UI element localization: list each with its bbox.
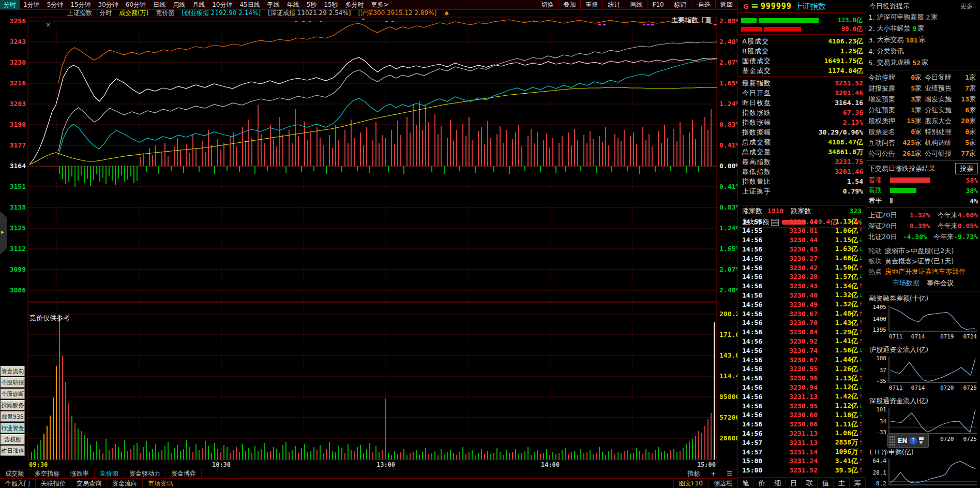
tick-row[interactable]: 14:563230.941.12亿↓ <box>738 382 866 392</box>
tab-资金流向[interactable]: 资金流向 <box>107 479 143 488</box>
rotation-value[interactable]: > <box>905 247 911 255</box>
tick-row[interactable]: 14:553230.811.06亿↑ <box>738 226 866 235</box>
tick-row[interactable]: 14:563230.601.18亿↓ <box>738 410 866 420</box>
sidebar-button-投顾服务[interactable]: 投顾服务 <box>1 400 25 410</box>
tip-item[interactable]: 3.大宗交易 101家 <box>866 34 980 46</box>
quote-tab-联[interactable]: 联 <box>802 478 818 488</box>
menu-item-45日线[interactable]: 45日线 <box>236 0 263 9</box>
tip-item[interactable]: 1.沪深可申购新股 2家 <box>866 11 980 23</box>
tab-right-item[interactable]: ☰ <box>721 469 737 478</box>
more-link[interactable]: 更多.. <box>960 2 977 11</box>
tick-row[interactable]: 14:553230.441.13亿↓ <box>738 217 866 226</box>
tab-资金博弈[interactable]: 资金博弈 <box>166 469 202 478</box>
tick-row[interactable]: 14:563230.491.32亿↑ <box>738 300 866 309</box>
menu-button-画线[interactable]: 画线 <box>625 0 647 9</box>
tab-right-item[interactable]: + <box>705 469 721 478</box>
menu-button-统计[interactable]: 统计 <box>602 0 625 9</box>
rotation-value[interactable]: 证券 <box>918 267 932 276</box>
tick-row[interactable]: 14:573231.141096万↑ <box>738 447 866 456</box>
menu-button-返回[interactable]: 返回 <box>715 0 737 9</box>
quote-tab-价[interactable]: 价 <box>754 478 770 488</box>
menu-button-叠加[interactable]: 叠加 <box>558 0 580 9</box>
menu-item-年线[interactable]: 年线 <box>283 0 303 9</box>
menu-item-更多>[interactable]: 更多> <box>368 0 393 9</box>
tick-row[interactable]: 14:563230.401.32亿↓ <box>738 290 866 300</box>
sidebar-button-资金流向[interactable]: 资金流向 <box>1 366 25 376</box>
quote-tab-筹[interactable]: 筹 <box>850 478 866 488</box>
menu-item-5分钟[interactable]: 5分钟 <box>43 0 67 9</box>
sidebar-button-放量935[interactable]: 放量935 <box>1 411 25 422</box>
rotation-value[interactable]: 黄金概念 <box>885 257 912 266</box>
tick-row[interactable]: 14:563230.431.63亿↓ <box>738 244 866 254</box>
rotation-value[interactable]: 房地产开发 <box>885 267 918 276</box>
quote-tab-细[interactable]: 细 <box>770 478 786 488</box>
tab-竞价图[interactable]: 竞价图 <box>95 469 124 478</box>
tab-交易查询[interactable]: 交易查询 <box>71 479 107 488</box>
stock-name[interactable]: 上证指数 <box>795 2 826 11</box>
menu-item-月线[interactable]: 月线 <box>189 0 208 9</box>
quote-tab-日[interactable]: 日 <box>786 478 802 488</box>
tick-row[interactable]: 14:563230.671.44亿↓ <box>738 355 866 364</box>
tab-资金驱动力[interactable]: 资金驱动力 <box>124 469 166 478</box>
quote-tab-值[interactable]: 值 <box>818 478 834 488</box>
menu-item-15秒[interactable]: 15秒 <box>320 0 341 9</box>
language-bar[interactable]: EN ? <box>887 434 929 448</box>
drag-grip-icon[interactable] <box>889 436 896 446</box>
tick-row[interactable]: 14:563230.921.41亿↑ <box>738 336 866 346</box>
tick-row[interactable]: 14:563230.271.68亿↓ <box>738 254 866 263</box>
tip-item[interactable]: 2.大小非解禁 9家 <box>866 23 980 34</box>
rotation-value[interactable]: > <box>912 258 917 265</box>
menu-item-分时[interactable]: 分时 <box>0 0 20 9</box>
tick-row[interactable]: 14:563230.551.26亿↓ <box>738 364 866 374</box>
menu-button--自选[interactable]: -自选 <box>691 0 715 9</box>
tick-row[interactable]: 14:563230.281.57亿↓ <box>738 272 866 282</box>
tab-关联报价[interactable]: 关联报价 <box>36 479 71 488</box>
dropdown-icon[interactable] <box>919 441 923 444</box>
tick-row[interactable]: 14:563230.841.29亿↑ <box>738 328 866 337</box>
rotation-value[interactable]: 汽车零部件 <box>932 267 966 276</box>
menu-burger-icon[interactable] <box>752 4 758 9</box>
tick-row[interactable]: 14:563230.951.12亿↓ <box>738 401 866 410</box>
tab-right-item[interactable]: 侧边栏 <box>708 479 737 488</box>
tick-row[interactable]: 14:563230.431.34亿↑ <box>738 282 866 291</box>
tick-row[interactable]: 14:563230.661.11亿↑ <box>738 420 866 429</box>
sidebar-button-含权股[interactable]: 含权股 <box>1 434 25 445</box>
tab-right-item[interactable]: 指标 <box>682 469 705 478</box>
menu-item-60分钟[interactable]: 60分钟 <box>122 0 149 9</box>
close-icon[interactable]: × <box>46 21 51 28</box>
tick-row[interactable]: 14:563230.441.15亿↓ <box>738 235 866 245</box>
tick-row[interactable]: 14:563231.131.42亿↑ <box>738 392 866 401</box>
tick-row[interactable]: 14:563230.741.56亿↓ <box>738 346 866 355</box>
tab-成交额[interactable]: 成交额 <box>0 469 29 478</box>
menu-item-15分钟[interactable]: 15分钟 <box>67 0 94 9</box>
menu-item-10分钟[interactable]: 10分钟 <box>208 0 236 9</box>
window-icon[interactable] <box>702 17 711 23</box>
sidebar-button-昨日涨停[interactable]: 昨日涨停 <box>1 446 25 456</box>
minimize-icon[interactable] <box>919 437 924 440</box>
tick-row[interactable]: 14:563230.701.43亿↑ <box>738 318 866 328</box>
menu-button-F10[interactable]: F10 <box>647 0 668 9</box>
tick-row[interactable]: 14:573231.132838万↑ <box>738 438 866 447</box>
tick-row[interactable]: 14:563231.131.06亿↑ <box>738 428 866 438</box>
tab-个股入门[interactable]: 个股入门 <box>0 479 36 488</box>
help-icon[interactable]: ? <box>909 437 917 445</box>
sidebar-button-行业资金[interactable]: 行业资金 <box>1 423 25 433</box>
rotation-value[interactable]: 中盘股(已2天) <box>911 246 954 256</box>
tab-event-meeting[interactable]: 事件会议 <box>927 278 954 288</box>
rotation-value[interactable]: 疲弱市 <box>885 246 905 256</box>
menu-button-切换[interactable]: 切换 <box>536 0 558 9</box>
sidebar-collapse-handle[interactable]: ▶ <box>0 211 7 255</box>
tick-row[interactable]: 15:003231.5239.3亿↑ <box>738 466 866 475</box>
tab-market-data[interactable]: 市场数据 <box>893 278 919 288</box>
tab-市场资讯[interactable]: 市场资讯 <box>143 479 178 488</box>
menu-button-重播[interactable]: 重播 <box>580 0 602 9</box>
menu-item-季线[interactable]: 季线 <box>264 0 283 9</box>
menu-item-周线[interactable]: 周线 <box>169 0 189 9</box>
menu-item-1分钟[interactable]: 1分钟 <box>20 0 43 9</box>
tab-涨跌率[interactable]: 涨跌率 <box>65 469 95 478</box>
rotation-value[interactable]: 证券(已1天) <box>917 257 954 266</box>
sidebar-button-个股诊断[interactable]: 个股诊断 <box>1 389 25 399</box>
menu-item-多分时[interactable]: 多分时 <box>342 0 368 9</box>
sidebar-button-个股研报[interactable]: 个股研报 <box>1 377 25 388</box>
menu-item-30分钟[interactable]: 30分钟 <box>95 0 122 9</box>
